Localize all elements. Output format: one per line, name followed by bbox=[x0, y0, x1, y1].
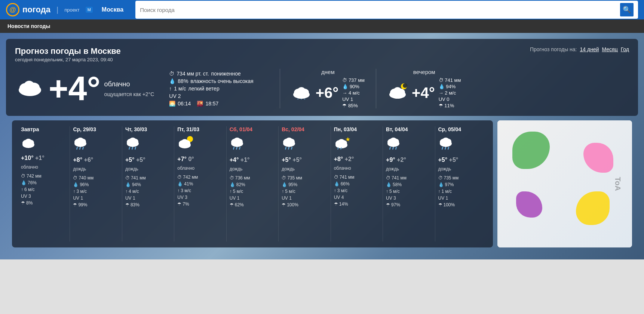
forecast-wind: ↑ 5 м/с bbox=[386, 189, 400, 194]
svg-line-65 bbox=[390, 147, 390, 150]
sky-background: Прогноз погоды в Москве сегодня понедель… bbox=[0, 33, 644, 259]
forecast-icon bbox=[438, 136, 453, 154]
wind-label: легкий ветер bbox=[188, 86, 220, 92]
pressure-label: пониженное bbox=[211, 71, 241, 77]
day-details: ⏱ 737 мм 💧 90% → 4 м/с UV 1 ☂ 85% bbox=[342, 77, 365, 108]
pressure-row: ⏱ 734 мм рт. ст. пониженное bbox=[169, 71, 253, 77]
day-uv: UV 1 bbox=[342, 96, 365, 102]
svg-line-74 bbox=[448, 147, 449, 150]
svg-line-27 bbox=[83, 147, 83, 150]
forecast-day: Завтра +10° +1° облачно ⏱ 742 мм 💧 76% ↑… bbox=[18, 126, 70, 241]
search-input[interactable] bbox=[140, 7, 617, 13]
day-period: днем bbox=[291, 69, 365, 108]
forecast-wind: ↑ 4 м/с bbox=[125, 189, 139, 194]
current-weather-card: Прогноз погоды в Москве сегодня понедель… bbox=[6, 39, 638, 116]
evening-details: ⏱ 741 мм 💧 94% → 2 м/с UV 0 ☂ 11% bbox=[439, 77, 461, 108]
forecast-humidity: 💧 94% bbox=[125, 182, 141, 187]
current-feels-like: ощущается как +2°С bbox=[104, 91, 154, 97]
forecast-temp: +5° +5° bbox=[282, 157, 302, 163]
sunset-value: 18:57 bbox=[205, 101, 218, 107]
cw-main-row: +4° облачно ощущается как +2°С ⏱ 734 мм … bbox=[15, 69, 629, 108]
forecast-condition: облачно bbox=[334, 166, 351, 171]
forecast-pressure: ⏱ 742 мм bbox=[177, 175, 198, 180]
forecast-precip: ☂ 100% bbox=[282, 202, 298, 207]
search-button[interactable]: 🔍 bbox=[620, 3, 634, 16]
svg-line-26 bbox=[80, 147, 80, 150]
forecast-icon bbox=[282, 136, 297, 154]
forecast-humidity: 💧 41% bbox=[177, 181, 193, 187]
forecast-condition: дождь bbox=[230, 166, 243, 172]
cw-title-area: Прогноз погоды в Москве сегодня понедель… bbox=[15, 46, 121, 62]
forecast-date: Вс, 02/04 bbox=[282, 126, 304, 132]
forecast-wind: ↑ 6 м/с bbox=[21, 187, 35, 192]
header-divider: | bbox=[56, 6, 58, 14]
humidity-label: влажность очень высокая bbox=[190, 78, 253, 84]
svg-line-45 bbox=[236, 147, 237, 150]
forecast-date: Завтра bbox=[21, 126, 39, 132]
svg-point-39 bbox=[181, 139, 188, 145]
day-pressure: ⏱ 737 мм bbox=[342, 77, 365, 83]
sun-row: 🌅 06:14 🌇 18:57 bbox=[169, 101, 253, 107]
forecast-day: Вт, 04/04 +9° +2° дождь ⏱ 741 мм 💧 58% ↑… bbox=[383, 126, 435, 241]
forecast-day: Чт, 30/03 +5° +5° дождь ⏱ 741 мм 💧 94% ↑… bbox=[122, 126, 174, 241]
evening-label: вечером bbox=[413, 69, 435, 75]
link-month[interactable]: Месяц bbox=[602, 46, 617, 52]
evening-temp: +4° bbox=[412, 84, 435, 101]
forecast-uv: UV 1 bbox=[230, 196, 240, 201]
forecast-temp: +4° +1° bbox=[230, 157, 250, 163]
forecast-links-label: Прогноз погоды на: bbox=[530, 46, 577, 52]
forecast-temp: +8° +2° bbox=[334, 156, 354, 163]
evening-row: +4° ⏱ 741 мм 💧 94% → 2 м/с UV 0 ☂ 11% bbox=[387, 77, 461, 108]
current-weather-icon bbox=[15, 74, 45, 104]
city-link[interactable]: Москва bbox=[102, 6, 123, 13]
header: @ погода | проект М Москва 🔍 bbox=[0, 0, 644, 19]
forecast-pressure: ⏱ 741 мм bbox=[386, 175, 407, 181]
news-label: Новости погоды bbox=[7, 23, 50, 29]
svg-point-7 bbox=[297, 87, 306, 95]
forecast-humidity: 💧 76% bbox=[21, 180, 37, 185]
svg-line-9 bbox=[301, 99, 301, 99]
forecast-icon bbox=[177, 136, 194, 153]
forecast-day: Ср, 29/03 +8° +6° дождь ⏱ 740 мм 💧 96% ↑… bbox=[70, 126, 122, 241]
svg-point-58 bbox=[338, 139, 345, 145]
forecast-icon bbox=[230, 136, 245, 154]
forecast-icon: ★ bbox=[334, 136, 350, 153]
evening-humidity: 💧 94% bbox=[439, 84, 461, 89]
forecast-uv: UV 4 bbox=[334, 195, 344, 200]
ad-blob-4 bbox=[516, 191, 542, 218]
forecast-condition: дождь bbox=[125, 166, 138, 172]
forecast-date: Пт, 31/03 bbox=[177, 126, 199, 132]
forecast-humidity: 💧 82% bbox=[230, 182, 245, 187]
forecast-section: Завтра +10° +1° облачно ⏱ 742 мм 💧 76% ↑… bbox=[6, 120, 638, 253]
forecast-date: Ср, 29/03 bbox=[73, 126, 96, 132]
ad-toa-label: ToA bbox=[613, 177, 622, 191]
search-bar: 🔍 bbox=[135, 1, 638, 19]
svg-point-3 bbox=[24, 81, 34, 90]
brand-name: погода bbox=[22, 5, 50, 15]
wind-row: ↑ 1 м/с легкий ветер bbox=[169, 86, 253, 92]
forecast-precip: ☂ 14% bbox=[334, 201, 348, 207]
forecast-icon bbox=[73, 136, 88, 154]
forecast-precip: ☂ 8% bbox=[21, 200, 33, 206]
forecast-date: Ср, 05/04 bbox=[438, 126, 461, 132]
forecast-grid: Завтра +10° +1° облачно ⏱ 742 мм 💧 76% ↑… bbox=[12, 120, 493, 247]
link-14-days[interactable]: 14 дней bbox=[580, 46, 599, 52]
forecast-precip: ☂ 100% bbox=[438, 202, 455, 207]
forecast-uv: UV 3 bbox=[177, 195, 187, 200]
current-temp: +4° bbox=[49, 72, 101, 105]
svg-point-50 bbox=[286, 138, 292, 144]
forecast-date: Пн, 03/04 bbox=[334, 126, 357, 132]
svg-line-10 bbox=[304, 99, 305, 99]
svg-line-73 bbox=[445, 147, 446, 150]
cw-title: Прогноз погоды в Москве bbox=[15, 46, 121, 56]
cw-forecast-links: Прогноз погоды на: 14 дней Месяц Год bbox=[530, 46, 629, 52]
forecast-day: Пн, 03/04 ★ +8° +2° облачно ⏱ 741 мм 💧 6… bbox=[331, 126, 383, 241]
link-year[interactable]: Год bbox=[621, 46, 629, 52]
forecast-precip: ☂ 99% bbox=[73, 202, 87, 207]
forecast-wind: ↑ 5 м/с bbox=[230, 189, 243, 194]
forecast-condition: дождь bbox=[282, 166, 295, 172]
day-row: +6° ⏱ 737 мм 💧 90% → 4 м/с UV 1 ☂ 85% bbox=[291, 77, 365, 108]
humidity-icon: 💧 bbox=[169, 78, 175, 84]
svg-line-66 bbox=[393, 147, 393, 150]
humidity-value: 88% bbox=[178, 78, 188, 84]
